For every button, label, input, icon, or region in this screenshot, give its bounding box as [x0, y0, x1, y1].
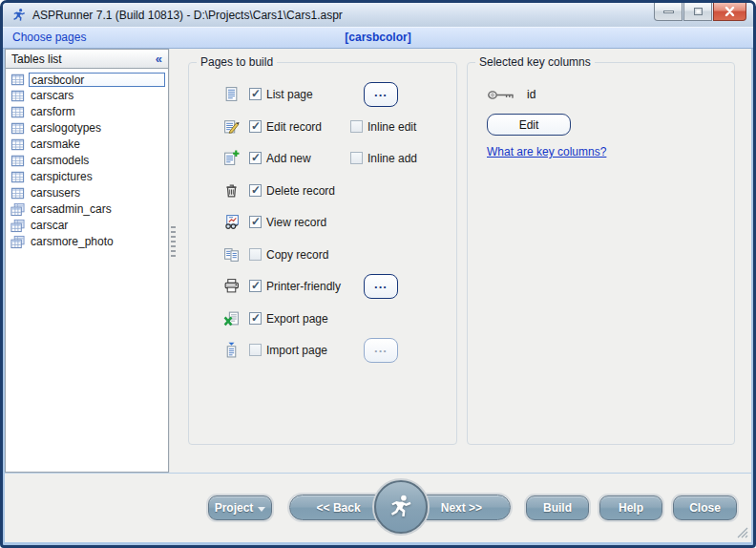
checkbox-label[interactable]: List page [266, 88, 313, 101]
printer-friendly-checkbox[interactable] [249, 280, 262, 292]
row-edit-record: Edit record Inline edit [189, 115, 456, 139]
checkbox-label[interactable]: Edit record [266, 120, 322, 134]
app-window: ASPRunner 7.1 (Build 10813) - D:\Project… [0, 0, 756, 548]
import-page-checkbox[interactable] [249, 344, 262, 356]
checkbox-label[interactable]: View record [266, 216, 326, 229]
sidebar-item-carscars[interactable]: carscars [6, 88, 168, 104]
checkbox-label[interactable]: Copy record [266, 248, 328, 262]
splitter-grip-icon [171, 226, 176, 257]
printer-friendly-options-button[interactable]: ... [364, 274, 398, 299]
table-icon [10, 121, 25, 137]
resize-grip-icon[interactable] [737, 527, 748, 538]
table-name: carsmore_photo [29, 235, 116, 249]
key-icon [487, 89, 515, 101]
tables-list: carsbcolor carscars carsform carslogotyp… [5, 69, 169, 473]
project-menu-button[interactable]: Project [208, 495, 272, 520]
tables-list-header: Tables list « [5, 49, 169, 69]
sidebar-item-carslogotypes[interactable]: carslogotypes [6, 120, 168, 137]
table-icon [10, 137, 25, 153]
sidebar-item-carsadmin-cars[interactable]: carsadmin_cars [6, 201, 168, 218]
checkbox-label[interactable]: Import page [266, 344, 327, 357]
row-delete-record: Delete record [189, 179, 456, 203]
checkbox-label[interactable]: Add new [266, 152, 311, 165]
build-button[interactable]: Build [526, 495, 589, 520]
project-button-label: Project [215, 501, 254, 515]
row-list-page: List page ... [189, 82, 456, 107]
main-panel: Pages to build List page ... Edit record [177, 49, 751, 473]
key-column-row: id [487, 88, 536, 101]
inline-edit-checkbox[interactable] [350, 120, 363, 133]
row-printer-friendly: Printer-friendly ... [189, 274, 456, 299]
edit-record-icon [223, 118, 241, 136]
back-button[interactable]: << Back [290, 501, 387, 515]
copy-record-icon [223, 246, 241, 263]
pages-to-build-group: Pages to build List page ... Edit record [188, 62, 457, 445]
row-view-record: View record [189, 210, 456, 235]
copy-record-checkbox[interactable] [249, 248, 262, 261]
row-export-page: Export page [189, 306, 456, 331]
close-button[interactable] [713, 3, 746, 21]
list-page-checkbox[interactable] [249, 88, 262, 100]
window-title: ASPRunner 7.1 (Build 10813) - D:\Project… [32, 9, 343, 22]
row-add-new: Add new Inline add [189, 146, 456, 171]
bottom-toolbar: Project << Back Next >> Build Help Close [5, 473, 751, 542]
close-dialog-button[interactable]: Close [673, 495, 737, 520]
printer-friendly-icon [223, 278, 241, 295]
table-name: carsadmin_cars [29, 202, 114, 217]
checkbox-label[interactable]: Inline add [368, 152, 417, 165]
table-icon [10, 105, 25, 120]
collapse-sidebar-icon[interactable]: « [156, 53, 162, 65]
sidebar-item-carscar[interactable]: carscar [6, 218, 168, 234]
view-icon [10, 202, 25, 218]
checkbox-label[interactable]: Export page [266, 312, 328, 326]
view-record-checkbox[interactable] [249, 216, 262, 228]
edit-key-columns-button[interactable]: Edit [487, 114, 571, 136]
checkbox-label[interactable]: Printer-friendly [266, 280, 341, 293]
app-logo-runner-icon [11, 8, 27, 23]
chevron-down-icon [258, 507, 265, 512]
tables-list-title: Tables list [11, 53, 62, 66]
title-bar[interactable]: ASPRunner 7.1 (Build 10813) - D:\Project… [3, 3, 753, 27]
current-table-title: [carsbcolor] [3, 31, 753, 44]
inline-add-checkbox[interactable] [350, 152, 363, 164]
list-page-icon [223, 86, 241, 103]
key-columns-help-link[interactable]: What are key columns? [487, 145, 606, 158]
table-icon [10, 170, 25, 185]
runner-center-button[interactable] [374, 480, 428, 534]
sidebar-item-carsmore-photo[interactable]: carsmore_photo [6, 234, 168, 250]
minimize-button[interactable] [654, 3, 682, 21]
sidebar-item-carspictures[interactable]: carspictures [6, 169, 168, 185]
delete-record-checkbox[interactable] [249, 184, 262, 197]
add-new-checkbox[interactable] [249, 152, 262, 164]
view-icon [10, 219, 25, 234]
table-name: carsbcolor [29, 73, 165, 87]
delete-record-icon [223, 182, 241, 200]
sidebar-item-carsbcolor[interactable]: carsbcolor [6, 72, 168, 88]
view-icon [10, 235, 25, 250]
export-page-checkbox[interactable] [249, 312, 262, 325]
checkbox-label[interactable]: Inline edit [368, 120, 416, 134]
sidebar-item-carsmodels[interactable]: carsmodels [6, 153, 168, 169]
sidebar-item-carsform[interactable]: carsform [6, 104, 168, 120]
sidebar-splitter[interactable] [169, 49, 177, 473]
table-icon [10, 154, 25, 169]
table-name: carscars [29, 89, 75, 103]
row-copy-record: Copy record [189, 242, 456, 267]
sidebar-item-carsusers[interactable]: carsusers [6, 185, 168, 201]
restore-button[interactable] [683, 3, 712, 21]
view-record-icon [223, 214, 241, 231]
table-icon [10, 186, 25, 201]
table-icon [10, 89, 25, 104]
edit-record-checkbox[interactable] [249, 120, 262, 133]
sidebar-item-carsmake[interactable]: carsmake [6, 137, 168, 153]
import-page-icon [223, 342, 241, 359]
group-title: Pages to build [197, 55, 277, 69]
runner-icon [388, 494, 414, 520]
list-page-options-button[interactable]: ... [364, 82, 398, 107]
table-icon [10, 73, 25, 88]
help-button[interactable]: Help [599, 495, 662, 520]
import-page-options-button[interactable]: ... [364, 338, 398, 363]
table-name: carscar [29, 219, 70, 233]
checkbox-label[interactable]: Delete record [266, 184, 335, 198]
close-icon [724, 7, 735, 16]
